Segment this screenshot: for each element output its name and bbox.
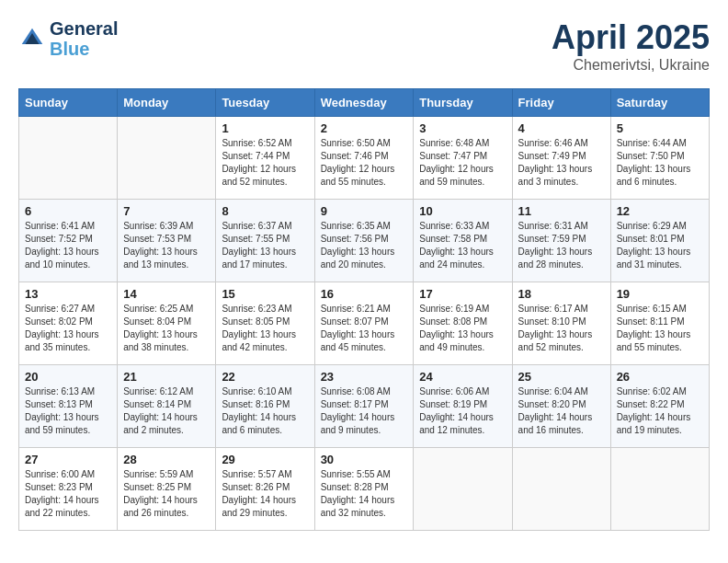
sunrise-text: Sunrise: 6:48 AM <box>419 137 506 150</box>
sunrise-text: Sunrise: 6:12 AM <box>123 385 210 398</box>
calendar-cell: 14Sunrise: 6:25 AMSunset: 8:04 PMDayligh… <box>118 282 216 365</box>
day-number: 8 <box>222 204 308 218</box>
logo-icon <box>18 25 46 52</box>
day-info: Sunrise: 5:57 AMSunset: 8:26 PMDaylight:… <box>222 468 308 520</box>
sunrise-text: Sunrise: 6:08 AM <box>321 385 408 398</box>
sunset-text: Sunset: 8:16 PM <box>222 398 308 411</box>
day-number: 29 <box>222 453 308 466</box>
sunset-text: Sunset: 7:49 PM <box>518 150 605 163</box>
calendar-cell: 23Sunrise: 6:08 AMSunset: 8:17 PMDayligh… <box>314 365 414 448</box>
daylight-text: Daylight: 14 hours and 22 minutes. <box>25 494 111 520</box>
sunrise-text: Sunrise: 6:29 AM <box>617 220 703 233</box>
calendar-week-5: 27Sunrise: 6:00 AMSunset: 8:23 PMDayligh… <box>19 448 710 531</box>
daylight-text: Daylight: 12 hours and 52 minutes. <box>222 163 308 189</box>
sunset-text: Sunset: 7:59 PM <box>518 233 605 246</box>
sunrise-text: Sunrise: 6:27 AM <box>25 303 111 316</box>
sunset-text: Sunset: 7:52 PM <box>25 233 111 246</box>
calendar-week-1: 1Sunrise: 6:52 AMSunset: 7:44 PMDaylight… <box>19 117 710 200</box>
sunset-text: Sunset: 8:02 PM <box>25 316 111 328</box>
sunrise-text: Sunrise: 6:19 AM <box>419 303 506 316</box>
day-info: Sunrise: 6:19 AMSunset: 8:08 PMDaylight:… <box>419 303 506 354</box>
day-number: 13 <box>25 287 111 301</box>
daylight-text: Daylight: 14 hours and 26 minutes. <box>123 494 210 520</box>
day-number: 1 <box>222 121 308 135</box>
calendar-cell: 4Sunrise: 6:46 AMSunset: 7:49 PMDaylight… <box>512 117 610 200</box>
day-number: 27 <box>25 453 111 466</box>
sunset-text: Sunset: 8:14 PM <box>123 398 210 411</box>
daylight-text: Daylight: 13 hours and 10 minutes. <box>25 246 111 271</box>
day-number: 17 <box>419 287 506 301</box>
title-block: April 2025 Chemerivtsi, Ukraine <box>552 18 710 74</box>
day-number: 18 <box>518 287 605 301</box>
day-info: Sunrise: 6:27 AMSunset: 8:02 PMDaylight:… <box>25 303 111 354</box>
day-info: Sunrise: 6:04 AMSunset: 8:20 PMDaylight:… <box>518 385 605 437</box>
day-info: Sunrise: 6:02 AMSunset: 8:22 PMDaylight:… <box>617 385 703 437</box>
weekday-header-wednesday: Wednesday <box>314 89 414 117</box>
daylight-text: Daylight: 13 hours and 24 minutes. <box>419 246 506 271</box>
day-number: 19 <box>617 287 703 301</box>
page-header: General Blue April 2025 Chemerivtsi, Ukr… <box>18 18 710 74</box>
sunset-text: Sunset: 8:08 PM <box>419 316 506 328</box>
sunset-text: Sunset: 7:47 PM <box>419 150 506 163</box>
weekday-header-saturday: Saturday <box>610 89 709 117</box>
calendar-cell: 3Sunrise: 6:48 AMSunset: 7:47 PMDaylight… <box>414 117 512 200</box>
daylight-text: Daylight: 13 hours and 35 minutes. <box>25 328 111 354</box>
sunset-text: Sunset: 8:28 PM <box>321 481 408 494</box>
sunrise-text: Sunrise: 5:55 AM <box>321 468 408 481</box>
day-info: Sunrise: 6:46 AMSunset: 7:49 PMDaylight:… <box>518 137 605 189</box>
sunrise-text: Sunrise: 6:46 AM <box>518 137 605 150</box>
sunset-text: Sunset: 7:44 PM <box>222 150 308 163</box>
calendar-cell: 15Sunrise: 6:23 AMSunset: 8:05 PMDayligh… <box>216 282 314 365</box>
calendar-cell: 28Sunrise: 5:59 AMSunset: 8:25 PMDayligh… <box>118 448 216 531</box>
day-info: Sunrise: 6:29 AMSunset: 8:01 PMDaylight:… <box>617 220 703 271</box>
calendar-cell: 18Sunrise: 6:17 AMSunset: 8:10 PMDayligh… <box>512 282 610 365</box>
calendar-cell: 1Sunrise: 6:52 AMSunset: 7:44 PMDaylight… <box>216 117 314 200</box>
calendar-cell: 21Sunrise: 6:12 AMSunset: 8:14 PMDayligh… <box>118 365 216 448</box>
day-number: 5 <box>617 121 703 135</box>
daylight-text: Daylight: 14 hours and 12 minutes. <box>419 411 506 437</box>
sunset-text: Sunset: 7:53 PM <box>123 233 210 246</box>
sunrise-text: Sunrise: 6:13 AM <box>25 385 111 398</box>
daylight-text: Daylight: 13 hours and 6 minutes. <box>617 163 703 189</box>
calendar-cell: 17Sunrise: 6:19 AMSunset: 8:08 PMDayligh… <box>414 282 512 365</box>
day-number: 20 <box>25 370 111 384</box>
daylight-text: Daylight: 13 hours and 45 minutes. <box>321 328 408 354</box>
calendar-cell: 20Sunrise: 6:13 AMSunset: 8:13 PMDayligh… <box>19 365 118 448</box>
calendar-cell: 16Sunrise: 6:21 AMSunset: 8:07 PMDayligh… <box>314 282 414 365</box>
day-info: Sunrise: 6:48 AMSunset: 7:47 PMDaylight:… <box>419 137 506 189</box>
calendar-cell: 11Sunrise: 6:31 AMSunset: 7:59 PMDayligh… <box>512 200 610 282</box>
day-number: 6 <box>25 204 111 218</box>
sunset-text: Sunset: 8:26 PM <box>222 481 308 494</box>
day-info: Sunrise: 6:37 AMSunset: 7:55 PMDaylight:… <box>222 220 308 271</box>
sunrise-text: Sunrise: 6:35 AM <box>321 220 408 233</box>
day-info: Sunrise: 6:35 AMSunset: 7:56 PMDaylight:… <box>321 220 408 271</box>
day-info: Sunrise: 6:06 AMSunset: 8:19 PMDaylight:… <box>419 385 506 437</box>
sunrise-text: Sunrise: 6:31 AM <box>518 220 605 233</box>
sunrise-text: Sunrise: 6:04 AM <box>518 385 605 398</box>
daylight-text: Daylight: 14 hours and 19 minutes. <box>617 411 703 437</box>
daylight-text: Daylight: 13 hours and 38 minutes. <box>123 328 210 354</box>
sunset-text: Sunset: 7:55 PM <box>222 233 308 246</box>
day-info: Sunrise: 6:00 AMSunset: 8:23 PMDaylight:… <box>25 468 111 520</box>
daylight-text: Daylight: 13 hours and 28 minutes. <box>518 246 605 271</box>
sunrise-text: Sunrise: 6:21 AM <box>321 303 408 316</box>
daylight-text: Daylight: 13 hours and 17 minutes. <box>222 246 308 271</box>
calendar-week-4: 20Sunrise: 6:13 AMSunset: 8:13 PMDayligh… <box>19 365 710 448</box>
daylight-text: Daylight: 13 hours and 59 minutes. <box>25 411 111 437</box>
sunset-text: Sunset: 8:10 PM <box>518 316 605 328</box>
calendar-week-3: 13Sunrise: 6:27 AMSunset: 8:02 PMDayligh… <box>19 282 710 365</box>
day-info: Sunrise: 6:23 AMSunset: 8:05 PMDaylight:… <box>222 303 308 354</box>
day-info: Sunrise: 6:41 AMSunset: 7:52 PMDaylight:… <box>25 220 111 271</box>
day-info: Sunrise: 6:12 AMSunset: 8:14 PMDaylight:… <box>123 385 210 437</box>
sunrise-text: Sunrise: 6:06 AM <box>419 385 506 398</box>
calendar-cell: 9Sunrise: 6:35 AMSunset: 7:56 PMDaylight… <box>314 200 414 282</box>
day-number: 10 <box>419 204 506 218</box>
calendar-cell: 19Sunrise: 6:15 AMSunset: 8:11 PMDayligh… <box>610 282 709 365</box>
day-info: Sunrise: 6:17 AMSunset: 8:10 PMDaylight:… <box>518 303 605 354</box>
sunset-text: Sunset: 7:50 PM <box>617 150 703 163</box>
calendar-location: Chemerivtsi, Ukraine <box>552 57 710 74</box>
calendar-cell: 24Sunrise: 6:06 AMSunset: 8:19 PMDayligh… <box>414 365 512 448</box>
day-info: Sunrise: 6:31 AMSunset: 7:59 PMDaylight:… <box>518 220 605 271</box>
day-number: 16 <box>321 287 408 301</box>
daylight-text: Daylight: 13 hours and 3 minutes. <box>518 163 605 189</box>
